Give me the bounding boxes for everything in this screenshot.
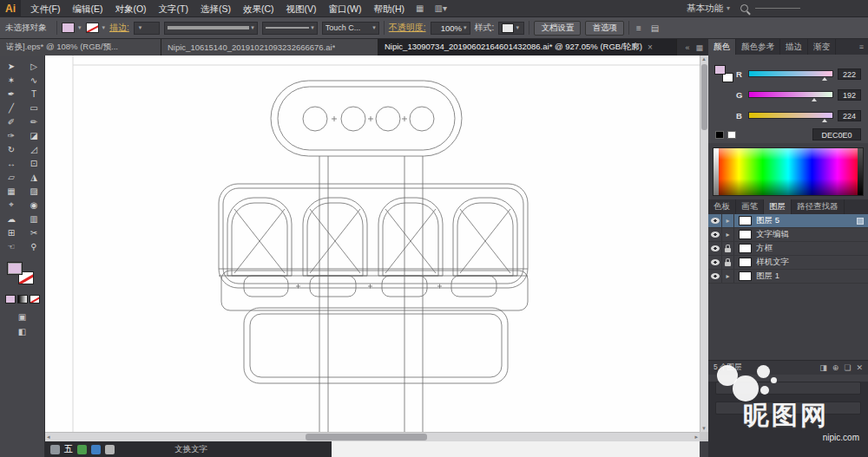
screen-mode-icon[interactable]: ◧ — [18, 327, 26, 336]
layer-row-4[interactable]: 样机文字 — [708, 256, 868, 270]
collapsed-panel-row-2[interactable] — [715, 402, 861, 415]
stroke-link[interactable]: 描边: — [109, 22, 129, 34]
drawing-mode-icon[interactable]: ▣ — [18, 312, 26, 322]
stroke-color-swatch[interactable] — [86, 23, 99, 33]
style-swatch-dropdown[interactable]: ▾ — [498, 22, 524, 35]
width-tool[interactable]: ↔ — [0, 156, 23, 170]
layer-row-2[interactable]: ▸文字编辑 — [708, 228, 868, 242]
keyboard-icon[interactable] — [91, 445, 101, 454]
color-panel-tab-2[interactable]: 颜色参考 — [736, 39, 780, 55]
control-panel-menu-icon[interactable]: ▤ — [648, 23, 661, 33]
color-panel-menu-icon[interactable]: ≡ — [855, 39, 868, 55]
rectangle-tool[interactable]: ▭ — [23, 101, 45, 114]
opacity-value-dropdown[interactable]: 100%▾ — [431, 22, 470, 35]
artboard-tool[interactable]: ⊞ — [0, 225, 23, 239]
color-spectrum[interactable] — [713, 147, 864, 196]
document-setup-button[interactable]: 文档设置 — [534, 21, 581, 36]
selection-tool[interactable]: ➤ — [0, 59, 23, 73]
make-clipping-mask-icon[interactable]: ◨ — [819, 363, 827, 372]
vertical-scrollbar-thumb[interactable] — [701, 64, 707, 130]
doc-tab-2[interactable]: Nipic_10615140_20191021093232666676.ai* — [161, 39, 378, 55]
horizontal-scrollbar-thumb[interactable] — [306, 434, 427, 441]
visibility-toggle[interactable] — [708, 256, 722, 269]
magic-wand-tool[interactable]: ✶ — [0, 73, 23, 87]
paintbrush-tool[interactable]: ✐ — [0, 114, 23, 128]
black-ramp[interactable] — [858, 148, 863, 195]
arrange-documents-icon[interactable]: ▥▾ — [430, 3, 452, 13]
channel-slider-b[interactable] — [748, 112, 833, 119]
layer-row-5[interactable]: ▸图层 1 — [708, 270, 868, 284]
black-swatch[interactable] — [715, 131, 724, 139]
canvas[interactable] — [45, 55, 700, 432]
ime-wubi-label[interactable]: 五 — [64, 443, 73, 455]
menu-item-8[interactable]: 窗口(W) — [323, 0, 368, 16]
panel-tab-4[interactable]: 路径查找器 — [792, 199, 845, 214]
doc-tab-3[interactable]: Nipic_13090734_20190602164601432086.ai* … — [378, 39, 677, 55]
menu-item-6[interactable]: 效果(C) — [237, 0, 280, 16]
lock-toggle[interactable] — [722, 242, 734, 255]
panel-tab-3[interactable]: 图层 — [764, 199, 792, 214]
delete-layer-icon[interactable]: ✕ — [856, 363, 863, 372]
free-transform-tool[interactable]: ⊡ — [23, 156, 45, 170]
line-segment-tool[interactable]: ╱ — [0, 101, 23, 114]
direct-selection-tool[interactable]: ▷ — [23, 59, 45, 73]
hex-value-field[interactable]: DEC0E0 — [812, 128, 861, 140]
scroll-left-icon[interactable]: ◂ — [47, 434, 50, 441]
slider-marker[interactable] — [822, 77, 827, 81]
eyedropper-tool[interactable]: ⌖ — [0, 198, 23, 212]
new-layer-icon[interactable]: ❏ — [844, 363, 851, 372]
workspace-switcher[interactable]: 基本功能 ▾ — [680, 3, 737, 15]
zoom-tool[interactable]: ⚲ — [23, 239, 45, 253]
taskbar-button[interactable]: 文换文字 — [174, 444, 207, 455]
stroke-weight-input[interactable]: ▾ — [134, 22, 160, 35]
layer-thumbnail[interactable] — [739, 258, 752, 267]
slider-marker[interactable] — [812, 98, 817, 101]
slider-marker[interactable] — [822, 119, 827, 122]
eraser-tool[interactable]: ◪ — [23, 128, 45, 142]
column-graph-tool[interactable]: ▥ — [23, 212, 45, 225]
input-method-bar[interactable]: 五 文换文字 — [45, 441, 332, 457]
visibility-toggle[interactable] — [708, 214, 722, 227]
menu-item-3[interactable]: 对象(O) — [108, 0, 152, 16]
scroll-down-icon[interactable]: ▼ — [701, 426, 707, 431]
visibility-toggle[interactable] — [708, 242, 722, 255]
pencil-tool[interactable]: ✏ — [23, 114, 45, 128]
fill-indicator[interactable] — [714, 65, 726, 75]
visibility-toggle[interactable] — [708, 270, 722, 283]
menu-item-5[interactable]: 选择(S) — [194, 0, 237, 16]
menu-item-9[interactable]: 帮助(H) — [368, 0, 411, 16]
layer-thumbnail[interactable] — [739, 244, 752, 253]
scroll-right-icon[interactable]: ▸ — [694, 434, 698, 441]
vertical-scrollbar[interactable]: ▲ ▼ — [700, 55, 708, 432]
horizontal-scrollbar[interactable]: ◂ ▸ — [45, 432, 700, 441]
color-panel-tab-4[interactable]: 渐变 — [808, 39, 836, 55]
layer-row-1[interactable]: ▸图层 5 — [708, 214, 868, 228]
fill-color-swatch[interactable] — [62, 23, 75, 33]
color-panel-tab-3[interactable]: 描边 — [780, 39, 808, 55]
rotate-tool[interactable]: ↻ — [0, 142, 23, 156]
menu-item-1[interactable]: 文件(F) — [24, 0, 66, 16]
fill-stroke-widget[interactable] — [5, 262, 39, 290]
mesh-tool[interactable]: ▦ — [0, 184, 23, 198]
symbol-sprayer-tool[interactable]: ☁ — [0, 212, 23, 225]
channel-slider-r[interactable] — [748, 70, 833, 77]
opacity-link[interactable]: 不透明度: — [389, 22, 426, 34]
tab-close-icon[interactable]: × — [648, 42, 653, 52]
scale-tool[interactable]: ◿ — [23, 142, 45, 156]
channel-slider-g[interactable] — [748, 91, 833, 98]
brush-definition-dropdown[interactable]: ▾ — [262, 22, 318, 35]
none-mode-icon[interactable] — [30, 295, 40, 304]
collapse-dock-icon[interactable]: « — [685, 43, 689, 52]
layer-thumbnail[interactable] — [739, 216, 752, 225]
pen-tool[interactable]: ✒ — [0, 87, 23, 101]
color-mode-icon[interactable] — [5, 295, 16, 304]
blob-brush-tool[interactable]: ✑ — [0, 128, 23, 142]
shape-builder-tool[interactable]: ▱ — [0, 170, 23, 184]
doc-tab-1[interactable]: 诺换].eps* @ 108% (RGB/预... — [0, 39, 161, 55]
ime-settings-icon[interactable] — [105, 445, 115, 454]
type-tool[interactable]: T — [23, 87, 45, 101]
touch-dropdown[interactable]: Touch C...▾ — [322, 22, 379, 35]
chevron-down-icon[interactable]: ▾ — [102, 24, 106, 31]
new-sublayer-icon[interactable]: ⊕ — [832, 363, 839, 372]
hand-tool[interactable]: ☜ — [0, 239, 23, 253]
